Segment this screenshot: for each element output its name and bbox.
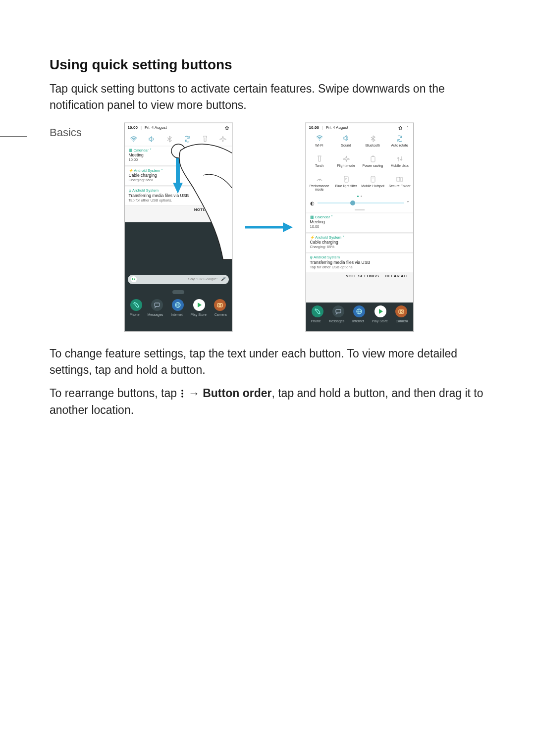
svg-rect-8 <box>372 155 374 156</box>
brightness-slider[interactable]: ◐ ˅ <box>306 198 413 208</box>
dock-label-messages: Messages <box>147 313 163 317</box>
tile-label[interactable]: Wi-Fi <box>315 144 323 151</box>
svg-point-0 <box>133 141 134 142</box>
tile-autorotate[interactable]: Auto rotate <box>386 133 413 153</box>
noti-settings-button[interactable]: NOTI. SETTINGS <box>194 207 228 212</box>
tile-mobiledata[interactable]: Mobile data <box>386 153 413 173</box>
phone-app-icon[interactable] <box>130 299 142 311</box>
tile-performance[interactable]: Performance mode <box>306 173 333 194</box>
svg-rect-12 <box>399 179 401 180</box>
gear-icon[interactable]: ✿ <box>225 125 229 131</box>
svg-rect-7 <box>371 156 375 162</box>
torch-icon <box>317 155 322 162</box>
notification-usb[interactable]: ψ Android System Transferring media file… <box>306 253 413 272</box>
panel-handle[interactable] <box>306 208 413 212</box>
phone-before: 10:00 | Fri, 4 August ✿ <box>124 123 232 332</box>
section-header: Basics <box>50 126 82 139</box>
clear-all-button[interactable]: CLEAR ALL <box>385 274 409 278</box>
svg-point-18 <box>182 393 184 395</box>
noti-actions: NOTI. SETTINGS <box>125 206 232 214</box>
tile-label[interactable]: Flight mode <box>337 164 355 171</box>
notification-charging[interactable]: ⚡ Android System ˅ Cable charging Chargi… <box>306 234 413 253</box>
google-search-bar[interactable]: G Say "Ok Google" 🎤 <box>128 275 229 284</box>
status-date: Fri, 4 August <box>326 126 348 130</box>
mic-icon[interactable]: 🎤 <box>221 277 226 282</box>
autorotate-icon <box>396 135 403 142</box>
wifi-icon <box>316 135 323 142</box>
status-bar: 10:00 | Fri, 4 August ✿ ⋮ <box>306 123 413 133</box>
sound-icon[interactable] <box>147 135 156 144</box>
messages-app-icon[interactable] <box>151 299 163 311</box>
svg-point-4 <box>219 304 221 306</box>
tile-bluetooth[interactable]: Bluetooth <box>360 133 386 153</box>
internet-app-icon[interactable] <box>172 299 184 311</box>
flightmode-icon <box>343 155 350 162</box>
tile-label[interactable]: Performance mode <box>306 184 333 191</box>
svg-text:B: B <box>345 178 347 181</box>
transition-arrow-icon <box>244 221 294 234</box>
button-order-label: Button order <box>203 387 271 400</box>
tile-label[interactable]: Power saving <box>362 164 383 171</box>
usb-sub: Tap for other USB options. <box>129 199 228 202</box>
torch-icon[interactable] <box>201 135 210 144</box>
messages-app-icon[interactable] <box>332 305 344 317</box>
chevron-down-icon[interactable]: ˅ <box>407 201 409 206</box>
charging-title: Cable charging <box>129 173 228 178</box>
usb-sub: Tap for other USB options. <box>310 265 409 269</box>
tile-label[interactable]: Blue light filter <box>335 184 357 191</box>
tile-label[interactable]: Sound <box>341 144 351 151</box>
tile-wifi[interactable]: Wi-Fi <box>306 133 333 153</box>
charging-sub: Charging: 65% <box>129 178 228 182</box>
calendar-title: Meeting <box>310 220 409 224</box>
bluetooth-icon[interactable] <box>165 135 174 144</box>
header-rule <box>0 57 27 137</box>
dock-label-camera: Camera <box>396 319 408 323</box>
autorotate-icon[interactable] <box>183 135 192 144</box>
usb-title: Transferring media files via USB <box>310 260 409 265</box>
quick-settings-row <box>125 133 232 146</box>
calendar-sub: 10:00 <box>129 158 228 162</box>
charging-title: Cable charging <box>310 240 409 245</box>
brightness-icon: ◐ <box>310 201 315 206</box>
noti-settings-button[interactable]: NOTI. SETTINGS <box>345 274 379 278</box>
tile-sound[interactable]: Sound <box>333 133 360 153</box>
status-time: 10:00 <box>309 126 319 130</box>
tile-bluelight[interactable]: BBlue light filter <box>333 173 360 194</box>
gear-icon[interactable]: ✿ <box>398 125 402 131</box>
camera-app-icon[interactable] <box>214 299 226 311</box>
tile-label[interactable]: Torch <box>315 164 323 171</box>
internet-app-icon[interactable] <box>353 305 365 317</box>
tile-torch[interactable]: Torch <box>306 153 333 173</box>
sound-icon <box>343 135 350 142</box>
flightmode-icon[interactable] <box>218 135 227 144</box>
tile-label[interactable]: Mobile Hotspot <box>361 184 384 191</box>
tile-label[interactable]: Mobile data <box>390 164 408 171</box>
camera-app-icon[interactable] <box>395 305 407 317</box>
playstore-app-icon[interactable] <box>374 305 386 317</box>
dock-label-camera: Camera <box>214 313 227 317</box>
tile-powersaving[interactable]: Power saving <box>360 153 386 173</box>
notification-charging[interactable]: ⚡ Android System ˅ Cable charging Chargi… <box>125 167 232 186</box>
tile-securefolder[interactable]: Secure Folder <box>386 173 413 194</box>
tile-label[interactable]: Auto rotate <box>391 144 408 151</box>
google-g-icon: G <box>131 276 137 282</box>
phone-app-icon[interactable] <box>312 305 323 317</box>
tile-hotspot[interactable]: Mobile Hotspot <box>360 173 386 194</box>
heading-quick-settings: Using quick setting buttons <box>50 57 488 73</box>
wifi-icon[interactable] <box>129 135 138 144</box>
status-date: Fri, 4 August <box>145 126 167 130</box>
notification-calendar[interactable]: ▦ Calendar ˅ Meeting 10:00 <box>306 213 413 233</box>
charging-sub: Charging: 65% <box>310 245 409 249</box>
kebab-menu-icon[interactable]: ⋮ <box>405 125 410 131</box>
app-drawer-handle[interactable] <box>125 288 232 296</box>
dock-label-phone: Phone <box>311 319 321 323</box>
status-bar: 10:00 | Fri, 4 August ✿ <box>125 123 232 133</box>
tile-label[interactable]: Bluetooth <box>366 144 380 151</box>
playstore-app-icon[interactable] <box>193 299 205 311</box>
notification-calendar[interactable]: ▦ Calendar ˅ Meeting 10:00 <box>125 147 232 166</box>
notification-usb[interactable]: ψ Android System Transferring media file… <box>125 187 232 206</box>
calendar-title: Meeting <box>129 153 228 157</box>
tile-flightmode[interactable]: Flight mode <box>333 153 360 173</box>
tile-label[interactable]: Secure Folder <box>389 184 411 191</box>
calendar-sub: 10:00 <box>310 225 409 229</box>
